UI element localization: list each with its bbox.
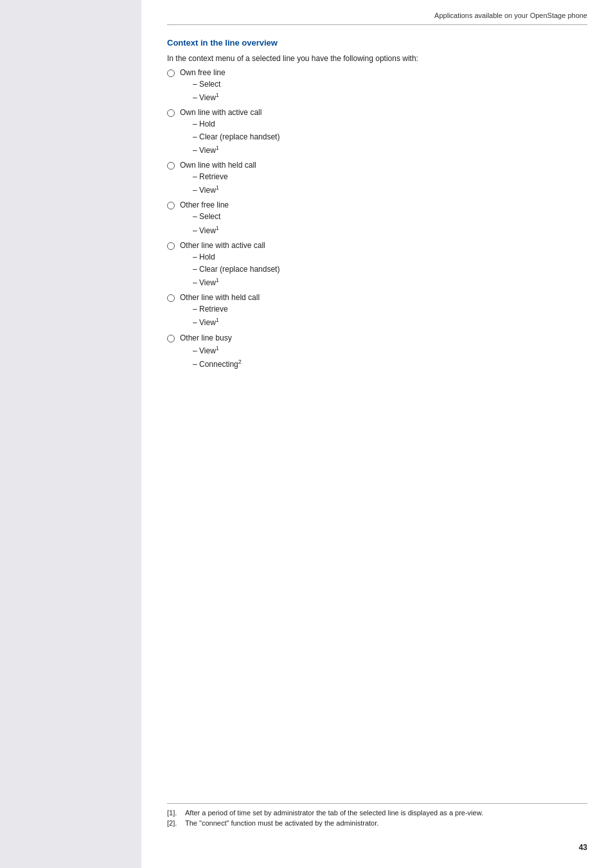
main-content: Applications available on your OpenStage… xyxy=(141,0,613,868)
sub-item-text: Hold xyxy=(199,120,215,128)
list-item: Other free lineSelectView1 xyxy=(167,200,587,236)
sub-item-text: View xyxy=(199,346,216,355)
sub-list-item: View1 xyxy=(193,143,280,157)
sub-list: HoldClear (replace handset)View1 xyxy=(193,118,280,157)
sub-list: SelectView1 xyxy=(193,211,229,236)
sub-list-item: Clear (replace handset) xyxy=(193,131,280,143)
sub-item-text: View xyxy=(199,146,216,155)
bullet-dot-icon xyxy=(167,109,175,117)
sub-list-item: Clear (replace handset) xyxy=(193,263,280,276)
bullet-dot-icon xyxy=(167,162,175,170)
sub-list-item: View1 xyxy=(193,315,260,329)
sub-list: SelectView1 xyxy=(193,78,226,104)
footnote-ref: 1 xyxy=(216,225,219,231)
sub-item-text: View xyxy=(199,318,216,327)
bullet-dot-icon xyxy=(167,335,175,342)
sub-item-text: Connecting xyxy=(199,360,238,369)
sub-item-text: View xyxy=(199,278,216,287)
bullet-dot-icon xyxy=(167,202,175,209)
footnote-ref: 1 xyxy=(216,184,219,191)
list-item: Other line with held callRetrieveView1 xyxy=(167,293,587,329)
footnote-number: [2]. xyxy=(167,819,185,827)
sub-item-text: Clear (replace handset) xyxy=(199,265,280,274)
bullet-label: Own line with active call xyxy=(180,108,262,117)
sub-list: RetrieveView1 xyxy=(193,171,256,197)
footnote-ref: 1 xyxy=(216,345,219,351)
footnotes: [1].After a period of time set by admini… xyxy=(167,803,587,829)
bullet-label: Own line with held call xyxy=(180,161,256,170)
bullet-label: Other line busy xyxy=(180,333,232,342)
bullet-dot-icon xyxy=(167,69,175,77)
list-item: Own line with held callRetrieveView1 xyxy=(167,161,587,197)
sub-list-item: Select xyxy=(193,78,226,91)
footnote-ref: 1 xyxy=(216,277,219,283)
footnote-ref: 1 xyxy=(216,145,219,151)
bullet-label: Other line with held call xyxy=(180,293,260,302)
section-title: Context in the line overview xyxy=(167,38,587,48)
footnote-item: [1].After a period of time set by admini… xyxy=(167,809,587,817)
list-item: Other line busyView1Connecting2 xyxy=(167,333,587,371)
page-number: 43 xyxy=(579,843,587,852)
header-title: Applications available on your OpenStage… xyxy=(434,12,587,19)
sub-list-item: View1 xyxy=(193,344,242,357)
sub-item-text: View xyxy=(199,226,216,235)
bullet-dot-icon xyxy=(167,242,175,250)
sub-list-item: View1 xyxy=(193,224,229,237)
sub-list-item: Retrieve xyxy=(193,303,260,315)
left-sidebar xyxy=(0,0,141,868)
sub-list-item: View1 xyxy=(193,91,226,104)
sub-item-text: View xyxy=(199,186,216,195)
page-wrapper: Applications available on your OpenStage… xyxy=(0,0,613,868)
footnote-text: The "connect" function must be activated… xyxy=(185,819,378,827)
sub-list-item: View1 xyxy=(193,276,280,289)
sub-item-text: Retrieve xyxy=(199,305,228,314)
sub-item-text: Select xyxy=(199,212,220,221)
sub-list-item: Hold xyxy=(193,118,280,130)
sub-list-item: Retrieve xyxy=(193,171,256,183)
bullet-label: Other free line xyxy=(180,200,229,209)
bullet-list: Own free lineSelectView1Own line with ac… xyxy=(167,68,587,371)
sub-item-text: Clear (replace handset) xyxy=(199,132,280,141)
sub-list-item: Hold xyxy=(193,251,280,263)
sub-list-item: Select xyxy=(193,211,229,223)
sub-item-text: View xyxy=(199,93,216,102)
sub-list: HoldClear (replace handset)View1 xyxy=(193,251,280,290)
sub-item-text: Hold xyxy=(199,252,215,261)
sub-list: View1Connecting2 xyxy=(193,344,242,371)
intro-text: In the context menu of a selected line y… xyxy=(167,54,587,63)
list-item: Own free lineSelectView1 xyxy=(167,68,587,104)
footnote-ref: 2 xyxy=(238,359,242,365)
sub-item-text: Select xyxy=(199,80,220,89)
bullet-dot-icon xyxy=(167,294,175,302)
list-item: Other line with active callHoldClear (re… xyxy=(167,241,587,290)
footnote-item: [2].The "connect" function must be activ… xyxy=(167,819,587,827)
footnote-ref: 1 xyxy=(216,92,219,98)
footnote-text: After a period of time set by administra… xyxy=(185,809,483,817)
sub-list: RetrieveView1 xyxy=(193,303,260,329)
bullet-label: Other line with active call xyxy=(180,241,265,250)
footnote-number: [1]. xyxy=(167,809,185,817)
footnote-ref: 1 xyxy=(216,317,219,323)
list-item: Own line with active callHoldClear (repl… xyxy=(167,108,587,157)
sub-list-item: View1 xyxy=(193,183,256,197)
sub-item-text: Retrieve xyxy=(199,172,228,181)
page-header: Applications available on your OpenStage… xyxy=(167,0,587,25)
sub-list-item: Connecting2 xyxy=(193,357,242,371)
bullet-label: Own free line xyxy=(180,68,226,77)
